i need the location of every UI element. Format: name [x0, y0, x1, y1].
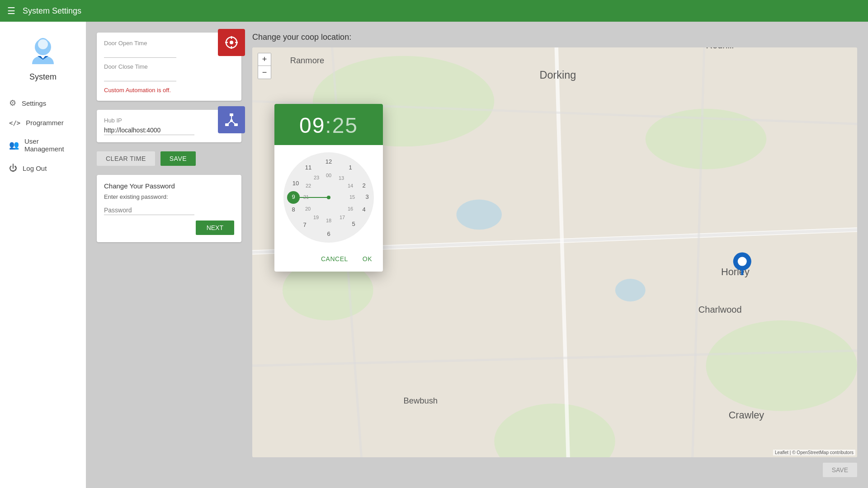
svg-text:21: 21 [303, 194, 309, 200]
clock-face[interactable]: 12 1 2 3 4 5 6 7 8 [283, 152, 374, 243]
time-minutes: 25 [332, 113, 358, 137]
svg-text:7: 7 [303, 221, 306, 228]
time-colon: : [325, 113, 332, 137]
svg-text:17: 17 [340, 215, 345, 220]
svg-text:4: 4 [362, 206, 365, 213]
svg-text:5: 5 [352, 221, 355, 227]
svg-text:6: 6 [327, 230, 330, 237]
svg-text:3: 3 [365, 193, 368, 200]
dialog-overlay: 09:25 12 1 2 [0, 0, 868, 488]
time-picker-dialog: 09:25 12 1 2 [274, 104, 383, 272]
svg-text:15: 15 [349, 194, 355, 200]
svg-text:16: 16 [348, 206, 353, 211]
time-hours[interactable]: 09 [299, 113, 325, 137]
svg-text:9: 9 [292, 193, 295, 200]
svg-text:10: 10 [292, 180, 299, 187]
ok-button[interactable]: OK [359, 253, 376, 264]
svg-text:18: 18 [326, 218, 331, 223]
svg-text:8: 8 [292, 206, 295, 213]
cancel-button[interactable]: CANCEL [317, 253, 352, 264]
svg-text:12: 12 [326, 158, 332, 165]
svg-text:2: 2 [362, 182, 365, 189]
svg-text:1: 1 [349, 164, 352, 171]
dialog-actions: CANCEL OK [274, 250, 383, 272]
svg-text:19: 19 [313, 215, 319, 220]
clock-face-container: 12 1 2 3 4 5 6 7 8 [274, 145, 383, 250]
svg-text:11: 11 [305, 164, 311, 171]
svg-text:00: 00 [326, 173, 331, 178]
clock-svg: 12 1 2 3 4 5 6 7 8 [283, 152, 374, 243]
svg-text:22: 22 [306, 183, 311, 188]
svg-point-44 [327, 196, 330, 199]
svg-text:23: 23 [314, 175, 319, 180]
svg-text:20: 20 [305, 206, 311, 211]
svg-text:13: 13 [339, 175, 344, 181]
svg-text:14: 14 [348, 183, 353, 188]
time-display: 09:25 [274, 104, 383, 145]
